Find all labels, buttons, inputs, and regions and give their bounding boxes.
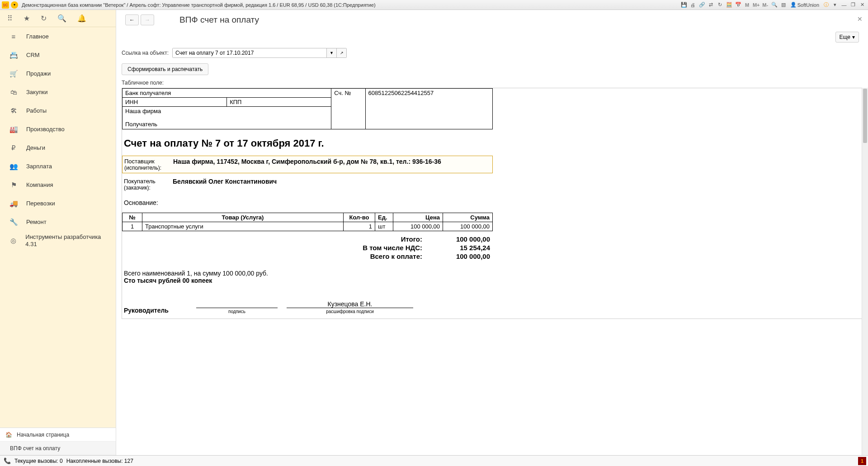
recipient-bank-cell: Банк получателя <box>123 89 331 98</box>
wrench-icon: 🔧 <box>9 218 18 226</box>
close-tab-button[interactable]: ✕ <box>857 15 863 23</box>
nav-transport[interactable]: 🚚Перевозки <box>0 194 116 213</box>
vertical-scrollbar[interactable] <box>862 88 868 455</box>
nav-list: ≡Главное 📇CRM 🛒Продажи 🛍Закупки 🛠Работы … <box>0 27 116 428</box>
nav-sales[interactable]: 🛒Продажи <box>0 64 116 83</box>
page-title: ВПФ счет на оплату <box>179 15 259 25</box>
firm-recipient-cell: Наша фирма Получатель <box>123 107 331 129</box>
calculator-icon[interactable]: 🧮 <box>725 1 733 9</box>
buyer-block: Покупатель(заказчик): Белявский Олег Кон… <box>122 176 493 193</box>
calendar-icon[interactable]: 📅 <box>734 1 742 9</box>
ref-label: Ссылка на объект: <box>122 50 169 56</box>
nav-works[interactable]: 🛠Работы <box>0 101 116 120</box>
bank-details-table: Банк получателя Сч. № 608512250622544125… <box>122 88 493 129</box>
nav-money[interactable]: ₽Деньги <box>0 138 116 157</box>
account-value-cell: 60851225062254412557 <box>365 89 492 129</box>
basis-row: Основание: <box>122 195 862 213</box>
document-title: Счет на оплату № 7 от 17 октября 2017 г. <box>122 129 862 156</box>
scrollbar-thumb[interactable] <box>863 89 867 143</box>
tools-icon: 🛠 <box>9 107 18 114</box>
app-logo-icon: 1C <box>2 1 9 9</box>
nav-crm[interactable]: 📇CRM <box>0 46 116 64</box>
apps-grid-icon[interactable]: ⠿ <box>7 14 13 23</box>
nav-production[interactable]: 🏭Производство <box>0 120 116 138</box>
items-table: № Товар (Услуга) Кол-во Ед. Цена Сумма 1… <box>122 213 493 231</box>
home-page-link[interactable]: 🏠Начальная страница <box>0 428 116 442</box>
generate-print-button[interactable]: Сформировать и распечатать <box>122 63 208 75</box>
favorites-star-icon[interactable]: ★ <box>24 14 30 23</box>
table-field-label: Табличное поле: <box>116 80 868 88</box>
open-tab-invoice[interactable]: ВПФ счет на оплату <box>0 442 116 455</box>
mem-mplus[interactable]: M+ <box>752 1 760 9</box>
totals-block: Итого:100 000,00 В том числе НДС:15 254,… <box>122 231 493 267</box>
supplier-block: Поставщик(исполнитель): Наша фирма, 1174… <box>122 156 493 173</box>
print-icon[interactable]: 🖨 <box>689 1 697 9</box>
statusbar: 📞 Текущие вызовы: 0 Накопленные вызовы: … <box>0 455 868 466</box>
window-title: Демонстрационная база компании "Ветерок"… <box>22 2 680 8</box>
sidebar: ⠿ ★ ↻ 🔍 🔔 ≡Главное 📇CRM 🛒Продажи 🛍Закупк… <box>0 10 116 455</box>
summary-text: Всего наименований 1, на сумму 100 000,0… <box>122 267 862 287</box>
compare-icon[interactable]: ⇄ <box>707 1 715 9</box>
signature-row: Руководитель подпись Кузнецова Е.Н. расш… <box>122 287 493 319</box>
table-row: 1 Транспортные услуги 1 шт 100 000,00 10… <box>123 222 493 231</box>
account-label-cell: Сч. № <box>331 89 365 129</box>
kpp-cell: КПП <box>227 98 331 107</box>
info-icon[interactable]: ⓘ <box>822 1 830 9</box>
cart-icon: 🛒 <box>9 70 18 78</box>
more-button[interactable]: Еще ▾ <box>835 32 859 43</box>
home-icon: 🏠 <box>5 432 12 438</box>
mem-mminus[interactable]: M- <box>761 1 769 9</box>
app-menu-dropdown[interactable]: ▾ <box>11 1 18 9</box>
nav-purchases[interactable]: 🛍Закупки <box>0 83 116 101</box>
search-icon[interactable]: 🔍 <box>57 14 66 23</box>
accumulated-calls: Накопленные вызовы: 127 <box>66 458 133 464</box>
gear-circle-icon: ◎ <box>9 237 17 245</box>
bag-icon: 🛍 <box>9 88 18 96</box>
flag-icon: ⚑ <box>9 181 18 189</box>
inn-cell: ИНН <box>123 98 227 107</box>
refresh-icon[interactable]: ↻ <box>716 1 724 9</box>
ref-input[interactable] <box>173 48 326 57</box>
history-icon[interactable]: ↻ <box>41 14 47 23</box>
chevron-down-icon: ▾ <box>852 34 855 40</box>
save-icon[interactable]: 💾 <box>680 1 688 9</box>
close-icon[interactable]: ✕ <box>858 1 866 9</box>
document-preview: Банк получателя Сч. № 608512250622544125… <box>122 88 863 319</box>
mem-m[interactable]: M <box>743 1 751 9</box>
ruble-icon: ₽ <box>9 144 18 152</box>
people-icon: 👥 <box>9 162 18 171</box>
nav-repair[interactable]: 🔧Ремонт <box>0 213 116 231</box>
nav-devtools[interactable]: ◎Инструменты разработчика 4.31 <box>0 231 116 250</box>
link-icon[interactable]: 🔗 <box>698 1 706 9</box>
factory-icon: 🏭 <box>9 125 18 133</box>
truck-icon: 🚚 <box>9 200 18 208</box>
user-label[interactable]: 👤 SoftUnion <box>790 2 819 8</box>
nav-salary[interactable]: 👥Зарплата <box>0 157 116 176</box>
main-content: ✕ ← → ВПФ счет на оплату Еще ▾ Ссылка на… <box>116 10 868 455</box>
ref-dropdown-button[interactable]: ▼ <box>326 48 336 57</box>
windows-icon[interactable]: ▧ <box>779 1 788 9</box>
zoom-icon[interactable]: 🔍 <box>770 1 778 9</box>
crm-icon: 📇 <box>9 51 18 59</box>
minimize-icon[interactable]: — <box>840 1 848 9</box>
maximize-icon[interactable]: ❐ <box>849 1 857 9</box>
nav-company[interactable]: ⚑Компания <box>0 176 116 194</box>
forward-button[interactable]: → <box>141 14 154 25</box>
menu-icon: ≡ <box>9 33 18 40</box>
phone-icon: 📞 <box>4 457 11 464</box>
error-indicator[interactable]: 1 <box>858 457 866 465</box>
back-button[interactable]: ← <box>125 14 139 25</box>
nav-main[interactable]: ≡Главное <box>0 27 116 46</box>
chevron-down-icon[interactable]: ▾ <box>831 1 839 9</box>
notifications-bell-icon[interactable]: 🔔 <box>77 14 86 23</box>
ref-open-button[interactable]: ↗ <box>336 48 346 57</box>
window-titlebar: 1C ▾ Демонстрационная база компании "Вет… <box>0 0 868 10</box>
current-calls: Текущие вызовы: 0 <box>14 458 63 464</box>
